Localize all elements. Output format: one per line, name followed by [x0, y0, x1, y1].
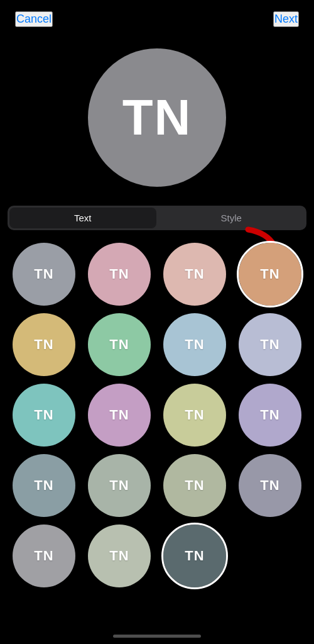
top-bar: Cancel Next — [0, 0, 314, 36]
color-circle-c18[interactable]: TN — [88, 525, 151, 587]
next-button[interactable]: Next — [273, 11, 299, 27]
home-indicator — [113, 635, 201, 638]
color-circle-c14[interactable]: TN — [88, 454, 151, 517]
avatar-initials-large: TN — [122, 89, 192, 147]
color-circle-c12[interactable]: TN — [239, 384, 301, 447]
color-circle-c8[interactable]: TN — [239, 313, 301, 376]
color-circle-c4[interactable]: TN — [239, 243, 301, 306]
color-circle-c1[interactable]: TN — [13, 243, 75, 306]
color-circle-c15[interactable]: TN — [163, 454, 226, 517]
color-circle-c2[interactable]: TN — [88, 243, 151, 306]
color-circle-c3[interactable]: TN — [163, 243, 226, 306]
color-circle-c9[interactable]: TN — [13, 384, 75, 447]
color-circle-c5[interactable]: TN — [13, 313, 75, 376]
color-circle-c10[interactable]: TN — [88, 384, 151, 447]
tab-bar: Text Style — [8, 206, 306, 230]
avatar-preview: TN — [0, 36, 314, 206]
color-grid: TNTNTNTNTNTNTNTNTNTNTNTNTNTNTNTNTNTNTN — [0, 230, 314, 600]
color-circle-c6[interactable]: TN — [88, 313, 151, 376]
tab-text[interactable]: Text — [9, 208, 156, 228]
color-circle-c16[interactable]: TN — [239, 454, 301, 517]
color-circle-c7[interactable]: TN — [163, 313, 226, 376]
color-circle-c19[interactable]: TN — [163, 525, 226, 587]
cancel-button[interactable]: Cancel — [15, 11, 53, 27]
color-circle-c17[interactable]: TN — [13, 525, 75, 587]
color-circle-c13[interactable]: TN — [13, 454, 75, 517]
color-circle-c11[interactable]: TN — [163, 384, 226, 447]
avatar-circle-large: TN — [88, 48, 226, 187]
tab-style[interactable]: Style — [158, 208, 305, 228]
